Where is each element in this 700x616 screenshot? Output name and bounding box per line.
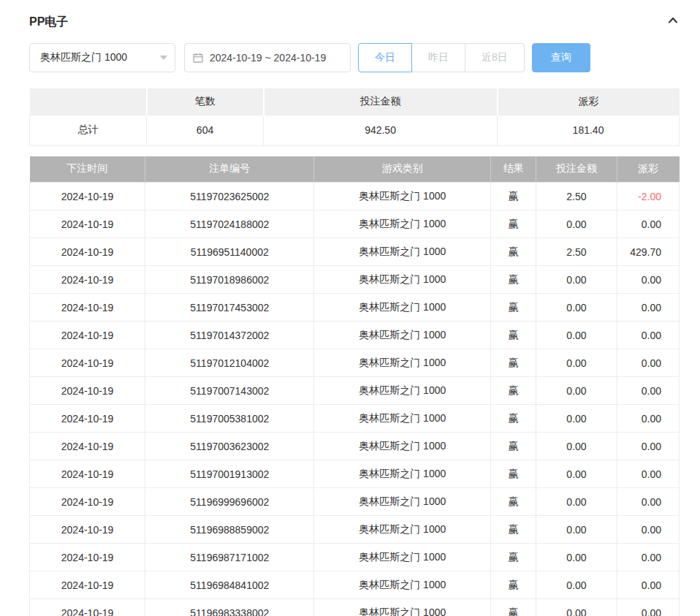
panel-title: PP电子 — [29, 15, 68, 30]
table-cell: 2024-10-19 — [30, 488, 145, 516]
table-cell: 奥林匹斯之门 1000 — [314, 488, 491, 516]
table-cell: 赢 — [491, 294, 536, 322]
table-cell: 赢 — [491, 516, 536, 544]
table-cell: 奥林匹斯之门 1000 — [314, 544, 491, 571]
table-cell: 奥林匹斯之门 1000 — [314, 294, 491, 322]
table-cell: 赢 — [491, 349, 536, 377]
date-range-input[interactable]: 2024-10-19 ~ 2024-10-19 — [184, 43, 351, 72]
table-cell: 51196999696002 — [145, 488, 314, 516]
table-cell: 51197005381002 — [145, 405, 314, 433]
table-cell: 0.00 — [536, 599, 617, 616]
table-cell: 0.00 — [617, 460, 679, 488]
table-cell: 51196988859002 — [145, 516, 314, 544]
table-cell: 奥林匹斯之门 1000 — [314, 433, 491, 460]
table-row: 2024-10-1951197003623002奥林匹斯之门 1000赢0.00… — [30, 433, 680, 460]
table-cell: 2024-10-19 — [30, 599, 145, 616]
table-cell: 0.00 — [617, 210, 679, 238]
table-row: 2024-10-1951196983338002奥林匹斯之门 1000赢0.00… — [30, 599, 680, 616]
table-cell: 51196983338002 — [145, 599, 314, 616]
calendar-icon — [192, 52, 204, 64]
summary-header-bet-amount: 投注金额 — [264, 88, 498, 115]
table-cell: 赢 — [491, 571, 536, 599]
collapse-panel-button[interactable] — [666, 14, 680, 30]
table-cell: 0.00 — [617, 322, 679, 349]
table-cell: 奥林匹斯之门 1000 — [314, 349, 491, 377]
table-cell: 赢 — [491, 210, 536, 238]
table-cell: 0.00 — [617, 433, 679, 460]
table-cell: 51197012104002 — [145, 349, 314, 377]
table-cell: 0.00 — [536, 433, 617, 460]
table-cell: 51197024188002 — [145, 210, 314, 238]
game-select[interactable]: 奥林匹斯之门 1000 — [29, 43, 175, 72]
table-cell: 51197023625002 — [145, 183, 314, 210]
summary-total-label: 总计 — [30, 115, 147, 145]
table-row: 2024-10-1951196987171002奥林匹斯之门 1000赢0.00… — [30, 544, 680, 571]
table-cell: 51197003623002 — [145, 433, 314, 460]
bet-table: 下注时间注单编号游戏类别结果投注金额派彩 2024-10-19511970236… — [29, 156, 680, 616]
table-cell: 2.50 — [536, 183, 617, 210]
table-cell: 2024-10-19 — [30, 238, 145, 266]
summary-table: 笔数 投注金额 派彩 总计 604 942.50 181.40 — [29, 88, 680, 146]
summary-header-empty — [30, 88, 147, 115]
table-cell: 0.00 — [617, 599, 679, 616]
table-cell: 2024-10-19 — [30, 349, 145, 377]
bet-table-header-row: 下注时间注单编号游戏类别结果投注金额派彩 — [30, 156, 680, 183]
bet-table-header-cell: 派彩 — [617, 156, 679, 183]
today-button[interactable]: 今日 — [358, 43, 412, 72]
chevron-down-icon — [160, 56, 167, 60]
table-cell: 0.00 — [536, 210, 617, 238]
summary-header-payout: 派彩 — [498, 88, 680, 115]
table-cell: 赢 — [491, 544, 536, 571]
last-8-days-button[interactable]: 近8日 — [465, 43, 525, 72]
table-cell: 51196984841002 — [145, 571, 314, 599]
table-cell: 2024-10-19 — [30, 460, 145, 488]
table-cell: 0.00 — [617, 377, 679, 405]
table-cell: 赢 — [491, 488, 536, 516]
table-cell: 2.50 — [536, 238, 617, 266]
chevron-up-icon — [666, 14, 680, 30]
table-cell: 奥林匹斯之门 1000 — [314, 377, 491, 405]
table-cell: 赢 — [491, 433, 536, 460]
quick-range-button-group: 今日 昨日 近8日 — [358, 43, 525, 72]
table-cell: 2024-10-19 — [30, 183, 145, 210]
table-row: 2024-10-1951197024188002奥林匹斯之门 1000赢0.00… — [30, 210, 680, 238]
search-button[interactable]: 查询 — [532, 43, 590, 72]
filter-bar: 奥林匹斯之门 1000 2024-10-19 ~ 2024-10-19 今日 昨… — [29, 43, 680, 72]
bet-table-header-cell: 下注时间 — [30, 156, 145, 183]
table-cell: 赢 — [491, 238, 536, 266]
table-cell: 51197007143002 — [145, 377, 314, 405]
yesterday-button[interactable]: 昨日 — [411, 43, 465, 72]
table-cell: 2024-10-19 — [30, 516, 145, 544]
table-row: 2024-10-1951197018986002奥林匹斯之门 1000赢0.00… — [30, 266, 680, 294]
table-cell: 奥林匹斯之门 1000 — [314, 322, 491, 349]
game-select-value: 奥林匹斯之门 1000 — [40, 51, 127, 64]
date-range-value: 2024-10-19 ~ 2024-10-19 — [210, 52, 326, 64]
table-cell: 奥林匹斯之门 1000 — [314, 516, 491, 544]
summary-total-bet-amount: 942.50 — [264, 115, 498, 145]
table-cell: 0.00 — [536, 377, 617, 405]
table-cell: 0.00 — [536, 294, 617, 322]
panel-header: PP电子 — [29, 11, 680, 33]
table-cell: 2024-10-19 — [30, 377, 145, 405]
bet-table-header-cell: 结果 — [491, 156, 536, 183]
table-row: 2024-10-1951196999696002奥林匹斯之门 1000赢0.00… — [30, 488, 680, 516]
table-cell: 2024-10-19 — [30, 294, 145, 322]
table-cell: 0.00 — [617, 349, 679, 377]
table-cell: 51197017453002 — [145, 294, 314, 322]
table-cell: 赢 — [491, 266, 536, 294]
table-cell: 赢 — [491, 405, 536, 433]
summary-total-payout: 181.40 — [498, 115, 680, 145]
table-cell: 2024-10-19 — [30, 322, 145, 349]
summary-header-row: 笔数 投注金额 派彩 — [30, 88, 680, 115]
table-cell: 奥林匹斯之门 1000 — [314, 460, 491, 488]
bet-table-header-cell: 游戏类别 — [314, 156, 491, 183]
table-cell: -2.00 — [617, 183, 679, 210]
table-cell: 奥林匹斯之门 1000 — [314, 599, 491, 616]
table-cell: 0.00 — [536, 488, 617, 516]
table-cell: 429.70 — [617, 238, 679, 266]
table-cell: 51197018986002 — [145, 266, 314, 294]
table-cell: 赢 — [491, 322, 536, 349]
table-cell: 2024-10-19 — [30, 433, 145, 460]
table-cell: 0.00 — [536, 322, 617, 349]
table-cell: 赢 — [491, 460, 536, 488]
